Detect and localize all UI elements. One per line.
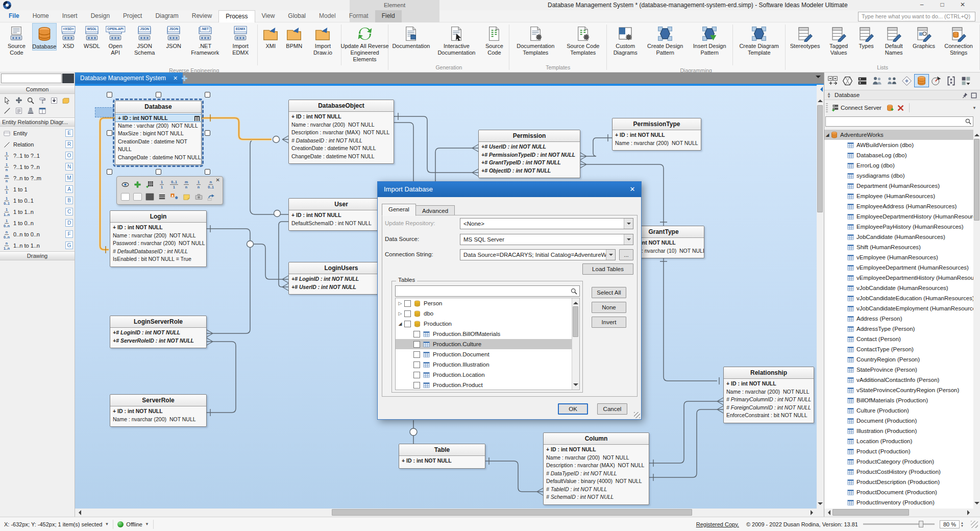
- document-tab[interactable]: Database Management System ✕: [75, 73, 183, 84]
- ribbon-tab-insert[interactable]: Insert: [56, 10, 84, 22]
- tools-icon[interactable]: [899, 74, 914, 87]
- checkbox[interactable]: [404, 300, 411, 307]
- quick-run-icon[interactable]: [929, 74, 944, 87]
- ribbon-button-types[interactable]: Types: [854, 23, 878, 50]
- frac-quick-icon[interactable]: 0..11: [168, 179, 180, 190]
- stripes-quick-icon[interactable]: [156, 191, 168, 202]
- entity-permission[interactable]: Permission+# UserID : int NOT NULL+# Per…: [478, 130, 580, 178]
- toolbox-item-entity[interactable]: EntityE: [0, 128, 75, 139]
- tree-item-vemployeedepartmenthistory-humanresources[interactable]: vEmployeeDepartmentHistory (HumanResourc…: [824, 273, 973, 283]
- ribbon-tab-review[interactable]: Review: [185, 10, 218, 22]
- server-list-icon[interactable]: [855, 74, 870, 87]
- tree-item-stateprovince-person[interactable]: StateProvince (Person): [824, 365, 973, 375]
- tree-item-location-production[interactable]: Location (Production): [824, 436, 973, 446]
- dialog-resize-grip[interactable]: [634, 412, 640, 418]
- ribbon-button-json-schema[interactable]: JSONJSON Schema: [127, 23, 162, 56]
- browse-connection-button[interactable]: ...: [619, 249, 633, 260]
- entity-serverrole[interactable]: ServerRole+ ID : int NOT NULLName : nvar…: [110, 394, 207, 427]
- update-repository-select[interactable]: <None>: [460, 218, 633, 229]
- tree-item-vadditionalcontactinfo-person[interactable]: vAdditionalContactInfo (Person): [824, 375, 973, 385]
- class-type-icon[interactable]: [825, 74, 840, 87]
- cancel-button[interactable]: Cancel: [597, 403, 627, 415]
- ribbon-button-graphics[interactable]: Graphics: [909, 23, 939, 50]
- offline-dropdown-icon[interactable]: ▼: [145, 522, 149, 526]
- zoom-spinner[interactable]: ▲▼: [961, 521, 964, 527]
- remove-database-icon[interactable]: [896, 104, 905, 112]
- dialog-close-icon[interactable]: ✕: [627, 184, 638, 195]
- tree-item-addresstype-person[interactable]: AddressType (Person): [824, 324, 973, 334]
- ribbon-button-create-design-pattern[interactable]: Create Design Pattern: [643, 23, 688, 56]
- toolbox-section-drawing[interactable]: Drawing: [0, 251, 75, 260]
- connection-string-input[interactable]: Data Source=DRACARYS; Initial Catalog=Ad…: [460, 249, 616, 260]
- ribbon-button-import-draw-io[interactable]: Import Draw.io: [306, 23, 340, 56]
- checkbox[interactable]: [404, 310, 411, 317]
- cursor-tool-icon[interactable]: [1, 95, 13, 106]
- toolbox-item-1-n-to-1-n[interactable]: n1..n1..n to 1..nG: [0, 240, 75, 251]
- ribbon-tab-field[interactable]: Field: [375, 10, 402, 22]
- ribbon-button-create-diagram-template[interactable]: Create Diagram Template: [734, 23, 784, 56]
- quick-toolbar-close-icon[interactable]: ✕: [216, 177, 220, 183]
- invert-button[interactable]: Invert: [592, 317, 626, 328]
- ribbon-button-interactive-documentation[interactable]: Interactive Documentation: [432, 23, 480, 56]
- sw-quick-icon[interactable]: [131, 191, 143, 202]
- connect-dropdown-icon[interactable]: ▼: [972, 106, 976, 110]
- tables-tree-item-dbo[interactable]: ▷dbo: [396, 308, 579, 319]
- toolbox-item-relation[interactable]: RelationR: [0, 139, 75, 150]
- ribbon-tab-file[interactable]: File: [2, 10, 26, 22]
- entity-loginserverrole[interactable]: LoginServerRole+# LoginID : int NOT NULL…: [110, 316, 207, 348]
- ribbon-tab-global[interactable]: Global: [281, 10, 312, 22]
- tree-item-productdocument-production[interactable]: ProductDocument (Production): [824, 487, 973, 497]
- tree-item-productcategory-production[interactable]: ProductCategory (Production): [824, 456, 973, 467]
- maximize-button[interactable]: □: [932, 0, 952, 10]
- ribbon-button-default-names[interactable]: Default Names: [878, 23, 909, 56]
- plusgreen-quick-icon[interactable]: [131, 179, 143, 190]
- tables-tree-scrollbar[interactable]: [572, 298, 579, 390]
- tree-root-adventureworks[interactable]: ◢AdventureWorks: [824, 130, 973, 140]
- toolbox-item-1-to-0-n[interactable]: 10..n1 to 0..nD: [0, 218, 75, 229]
- entity-relationship[interactable]: Relationship+ ID : int NOT NULLName : nv…: [723, 367, 814, 423]
- pin-icon[interactable]: [961, 92, 968, 99]
- autoformat-quick-icon[interactable]: [168, 191, 180, 202]
- registered-copy-link[interactable]: Registered Copy.: [696, 521, 739, 527]
- ribbon-button-custom-diagrams[interactable]: Custom Diagrams: [608, 23, 643, 56]
- tree-item-jobcandidate-humanresources[interactable]: JobCandidate (HumanResources): [824, 232, 973, 242]
- tab-general[interactable]: General: [382, 204, 416, 216]
- toolbox-item-1-to-1[interactable]: 111 to 1A: [0, 184, 75, 195]
- addtable-quick-icon[interactable]: [143, 179, 156, 190]
- ribbon-button-import-edmx[interactable]: EDMXImport EDMX: [225, 23, 256, 56]
- tree-item-employee-humanresources[interactable]: Employee (HumanResources): [824, 191, 973, 201]
- tree-item-productinventory-production[interactable]: ProductInventory (Production): [824, 497, 973, 508]
- toolbox-section-common[interactable]: Common: [0, 85, 75, 94]
- tab-list-dropdown-icon[interactable]: [816, 76, 821, 81]
- zoom-slider[interactable]: [863, 523, 935, 525]
- canvas-hscrollbar[interactable]: [75, 509, 817, 517]
- containeryellow-tool-icon[interactable]: [60, 95, 71, 106]
- ribbon-tab-model[interactable]: Model: [312, 10, 342, 22]
- stamp-tool-icon[interactable]: [24, 106, 36, 116]
- ribbon-button-json[interactable]: JSONJSON: [162, 23, 185, 50]
- close-button[interactable]: ✕: [952, 0, 973, 10]
- entity-databaseobject[interactable]: DatabaseObject+ ID : int NOT NULLName : …: [288, 100, 394, 164]
- undo-quick-icon[interactable]: [205, 191, 217, 202]
- ribbon-button-open-api[interactable]: OPEN-APIOpen API: [104, 23, 127, 56]
- tree-item-databaselog-dbo[interactable]: DatabaseLog (dbo): [824, 150, 973, 160]
- ribbon-button-source-code-templates[interactable]: Source Code Templates: [560, 23, 605, 56]
- collaboration-icon[interactable]: [885, 74, 899, 87]
- tables-tree-item-production-location[interactable]: Production.Location: [396, 370, 579, 380]
- selection-handle[interactable]: [156, 92, 161, 98]
- tree-item-department-humanresources[interactable]: Department (HumanResources): [824, 181, 973, 191]
- ribbon-tab-project[interactable]: Project: [116, 10, 149, 22]
- ribbon-tab-design[interactable]: Design: [84, 10, 116, 22]
- toolbox-item-0-n-to-0-n[interactable]: n0..n0..n to 0..nF: [0, 229, 75, 240]
- design-pattern-icon[interactable]: [840, 74, 855, 87]
- selection-handle[interactable]: [205, 130, 210, 136]
- tree-item-awbuildversion-dbo[interactable]: AWBuildVersion (dbo): [824, 140, 973, 150]
- ribbon-button-source-code[interactable]: Source Code: [1, 23, 32, 56]
- selection-handle[interactable]: [205, 92, 210, 98]
- zoom-value[interactable]: 80 %: [940, 520, 960, 528]
- frame-tool-icon[interactable]: [36, 106, 48, 116]
- entity-table[interactable]: Table+ ID : int NOT NULL: [399, 444, 485, 469]
- tree-item-sysdiagrams-dbo[interactable]: sysdiagrams (dbo): [824, 171, 973, 181]
- ribbon-button-database[interactable]: Database: [32, 23, 57, 51]
- ribbon-button-documentation-templates[interactable]: Documentation Templates: [510, 23, 560, 56]
